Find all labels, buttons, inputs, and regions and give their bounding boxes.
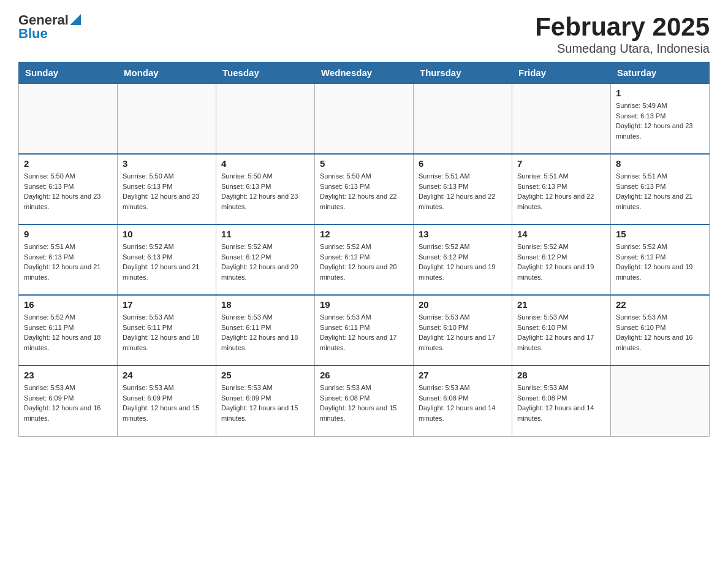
day-number: 4 — [221, 158, 309, 169]
day-number: 15 — [616, 229, 704, 239]
week-row-3: 9Sunrise: 5:51 AMSunset: 6:13 PMDaylight… — [19, 224, 710, 295]
day-number: 26 — [320, 370, 408, 380]
calendar-cell — [118, 83, 216, 154]
day-info: Sunrise: 5:49 AMSunset: 6:13 PMDaylight:… — [616, 101, 704, 141]
calendar-table: Sunday Monday Tuesday Wednesday Thursday… — [18, 62, 710, 437]
day-number: 20 — [419, 299, 507, 310]
header-wednesday: Wednesday — [315, 63, 414, 84]
day-number: 18 — [221, 299, 309, 310]
day-number: 25 — [221, 370, 309, 380]
day-number: 17 — [123, 299, 211, 310]
header-saturday: Saturday — [611, 63, 710, 84]
day-number: 6 — [419, 158, 507, 169]
day-info: Sunrise: 5:53 AMSunset: 6:09 PMDaylight:… — [123, 383, 211, 423]
title-section: February 2025 Sumedang Utara, Indonesia — [535, 12, 710, 56]
calendar-cell — [611, 366, 710, 436]
day-number: 19 — [320, 299, 408, 310]
calendar-cell: 13Sunrise: 5:52 AMSunset: 6:12 PMDayligh… — [414, 224, 512, 295]
page-header: General Blue February 2025 Sumedang Utar… — [18, 12, 710, 56]
day-info: Sunrise: 5:53 AMSunset: 6:08 PMDaylight:… — [517, 383, 605, 423]
day-number: 8 — [616, 158, 704, 169]
day-number: 13 — [419, 229, 507, 239]
day-number: 23 — [24, 370, 112, 380]
day-info: Sunrise: 5:53 AMSunset: 6:09 PMDaylight:… — [24, 383, 112, 423]
calendar-cell: 19Sunrise: 5:53 AMSunset: 6:11 PMDayligh… — [315, 295, 414, 366]
logo-triangle-icon — [70, 14, 81, 25]
header-tuesday: Tuesday — [216, 63, 315, 84]
day-number: 16 — [24, 299, 112, 310]
day-info: Sunrise: 5:53 AMSunset: 6:09 PMDaylight:… — [221, 383, 309, 423]
calendar-cell: 3Sunrise: 5:50 AMSunset: 6:13 PMDaylight… — [118, 154, 216, 224]
day-number: 24 — [123, 370, 211, 380]
day-info: Sunrise: 5:53 AMSunset: 6:10 PMDaylight:… — [517, 312, 605, 353]
calendar-cell: 9Sunrise: 5:51 AMSunset: 6:13 PMDaylight… — [19, 224, 118, 295]
calendar-cell — [315, 83, 414, 154]
day-number: 7 — [517, 158, 605, 169]
day-number: 28 — [517, 370, 605, 380]
week-row-2: 2Sunrise: 5:50 AMSunset: 6:13 PMDaylight… — [19, 154, 710, 224]
calendar-cell: 17Sunrise: 5:53 AMSunset: 6:11 PMDayligh… — [118, 295, 216, 366]
logo-blue-text: Blue — [18, 26, 81, 42]
calendar-cell: 5Sunrise: 5:50 AMSunset: 6:13 PMDaylight… — [315, 154, 414, 224]
calendar-cell: 26Sunrise: 5:53 AMSunset: 6:08 PMDayligh… — [315, 366, 414, 436]
day-info: Sunrise: 5:51 AMSunset: 6:13 PMDaylight:… — [616, 171, 704, 212]
day-number: 5 — [320, 158, 408, 169]
day-info: Sunrise: 5:50 AMSunset: 6:13 PMDaylight:… — [221, 171, 309, 212]
day-info: Sunrise: 5:53 AMSunset: 6:11 PMDaylight:… — [320, 312, 408, 353]
calendar-subtitle: Sumedang Utara, Indonesia — [535, 42, 710, 56]
day-number: 9 — [24, 229, 112, 239]
day-info: Sunrise: 5:53 AMSunset: 6:08 PMDaylight:… — [320, 383, 408, 423]
svg-marker-0 — [70, 14, 81, 25]
calendar-cell: 24Sunrise: 5:53 AMSunset: 6:09 PMDayligh… — [118, 366, 216, 436]
week-row-4: 16Sunrise: 5:52 AMSunset: 6:11 PMDayligh… — [19, 295, 710, 366]
calendar-cell: 8Sunrise: 5:51 AMSunset: 6:13 PMDaylight… — [611, 154, 710, 224]
calendar-cell — [512, 83, 611, 154]
calendar-cell: 21Sunrise: 5:53 AMSunset: 6:10 PMDayligh… — [512, 295, 611, 366]
header-friday: Friday — [512, 63, 611, 84]
day-number: 3 — [123, 158, 211, 169]
day-number: 27 — [419, 370, 507, 380]
day-info: Sunrise: 5:52 AMSunset: 6:11 PMDaylight:… — [24, 312, 112, 353]
day-info: Sunrise: 5:50 AMSunset: 6:13 PMDaylight:… — [320, 171, 408, 212]
calendar-cell — [414, 83, 512, 154]
calendar-cell: 25Sunrise: 5:53 AMSunset: 6:09 PMDayligh… — [216, 366, 315, 436]
logo: General Blue — [18, 12, 81, 42]
day-info: Sunrise: 5:53 AMSunset: 6:10 PMDaylight:… — [616, 312, 704, 353]
day-info: Sunrise: 5:52 AMSunset: 6:12 PMDaylight:… — [320, 242, 408, 282]
day-number: 2 — [24, 158, 112, 169]
header-sunday: Sunday — [19, 63, 118, 84]
calendar-cell: 11Sunrise: 5:52 AMSunset: 6:12 PMDayligh… — [216, 224, 315, 295]
day-info: Sunrise: 5:51 AMSunset: 6:13 PMDaylight:… — [419, 171, 507, 212]
day-info: Sunrise: 5:50 AMSunset: 6:13 PMDaylight:… — [24, 171, 112, 212]
header-monday: Monday — [118, 63, 216, 84]
day-number: 12 — [320, 229, 408, 239]
calendar-cell — [216, 83, 315, 154]
calendar-cell: 6Sunrise: 5:51 AMSunset: 6:13 PMDaylight… — [414, 154, 512, 224]
calendar-cell: 23Sunrise: 5:53 AMSunset: 6:09 PMDayligh… — [19, 366, 118, 436]
header-thursday: Thursday — [414, 63, 512, 84]
day-number: 14 — [517, 229, 605, 239]
day-number: 10 — [123, 229, 211, 239]
day-info: Sunrise: 5:52 AMSunset: 6:12 PMDaylight:… — [517, 242, 605, 282]
calendar-cell: 12Sunrise: 5:52 AMSunset: 6:12 PMDayligh… — [315, 224, 414, 295]
day-info: Sunrise: 5:52 AMSunset: 6:12 PMDaylight:… — [419, 242, 507, 282]
day-info: Sunrise: 5:52 AMSunset: 6:13 PMDaylight:… — [123, 242, 211, 282]
week-row-5: 23Sunrise: 5:53 AMSunset: 6:09 PMDayligh… — [19, 366, 710, 436]
day-info: Sunrise: 5:53 AMSunset: 6:11 PMDaylight:… — [221, 312, 309, 353]
calendar-cell: 22Sunrise: 5:53 AMSunset: 6:10 PMDayligh… — [611, 295, 710, 366]
calendar-cell: 10Sunrise: 5:52 AMSunset: 6:13 PMDayligh… — [118, 224, 216, 295]
day-info: Sunrise: 5:53 AMSunset: 6:10 PMDaylight:… — [419, 312, 507, 353]
calendar-cell: 28Sunrise: 5:53 AMSunset: 6:08 PMDayligh… — [512, 366, 611, 436]
calendar-cell: 18Sunrise: 5:53 AMSunset: 6:11 PMDayligh… — [216, 295, 315, 366]
calendar-cell: 1Sunrise: 5:49 AMSunset: 6:13 PMDaylight… — [611, 83, 710, 154]
calendar-cell: 4Sunrise: 5:50 AMSunset: 6:13 PMDaylight… — [216, 154, 315, 224]
week-row-1: 1Sunrise: 5:49 AMSunset: 6:13 PMDaylight… — [19, 83, 710, 154]
day-number: 11 — [221, 229, 309, 239]
day-info: Sunrise: 5:52 AMSunset: 6:12 PMDaylight:… — [221, 242, 309, 282]
calendar-cell: 15Sunrise: 5:52 AMSunset: 6:12 PMDayligh… — [611, 224, 710, 295]
calendar-cell — [19, 83, 118, 154]
day-info: Sunrise: 5:51 AMSunset: 6:13 PMDaylight:… — [24, 242, 112, 282]
calendar-cell: 2Sunrise: 5:50 AMSunset: 6:13 PMDaylight… — [19, 154, 118, 224]
day-number: 22 — [616, 299, 704, 310]
calendar-cell: 7Sunrise: 5:51 AMSunset: 6:13 PMDaylight… — [512, 154, 611, 224]
